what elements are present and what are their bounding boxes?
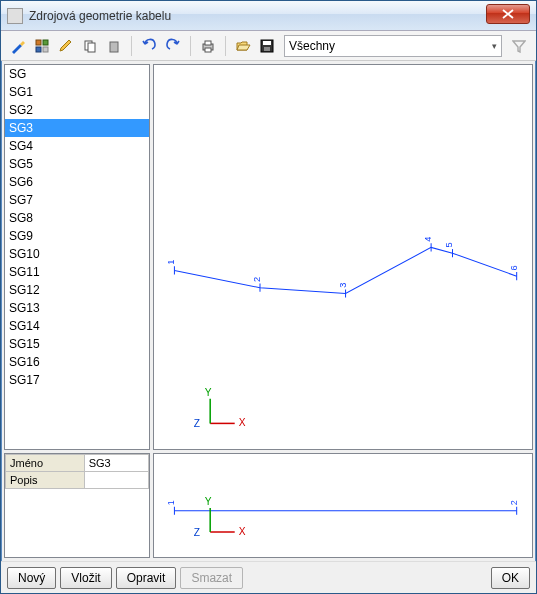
paste-button-label: Vložit	[71, 571, 100, 585]
property-key: Popis	[6, 472, 85, 489]
svg-text:1: 1	[166, 500, 176, 505]
list-item[interactable]: SG	[5, 65, 149, 83]
list-item[interactable]: SG11	[5, 263, 149, 281]
svg-text:3: 3	[338, 283, 348, 288]
footer: Nový Vložit Opravit Smazat OK	[1, 561, 536, 593]
new-button[interactable]: Nový	[7, 567, 56, 589]
delete-footer-button: Smazat	[180, 567, 243, 589]
svg-text:1: 1	[166, 260, 176, 265]
geometry-chart-top: 123456XYZ	[154, 65, 532, 449]
viewport-3d-top[interactable]: 123456XYZ	[153, 64, 533, 450]
list-item[interactable]: SG1	[5, 83, 149, 101]
list-item[interactable]: SG15	[5, 335, 149, 353]
list-item[interactable]: SG17	[5, 371, 149, 389]
svg-rect-5	[88, 43, 95, 52]
ok-button[interactable]: OK	[491, 567, 530, 589]
svg-rect-8	[205, 41, 211, 45]
print-button[interactable]	[197, 35, 219, 57]
list-item[interactable]: SG13	[5, 299, 149, 317]
undo-button[interactable]	[138, 35, 160, 57]
svg-text:6: 6	[509, 265, 519, 270]
svg-text:Z: Z	[194, 527, 200, 538]
edit-button-label: Opravit	[127, 571, 166, 585]
left-column: SGSG1SG2SG3SG4SG5SG6SG7SG8SG9SG10SG11SG1…	[4, 64, 150, 558]
svg-text:4: 4	[423, 237, 433, 242]
list-item[interactable]: SG8	[5, 209, 149, 227]
toolbar: Všechny ▾	[1, 31, 536, 61]
svg-text:5: 5	[445, 242, 455, 247]
list-item[interactable]: SG10	[5, 245, 149, 263]
edit-footer-button[interactable]: Opravit	[116, 567, 177, 589]
open-button[interactable]	[232, 35, 254, 57]
list-item[interactable]: SG6	[5, 173, 149, 191]
property-value[interactable]	[84, 472, 148, 489]
list-item[interactable]: SG5	[5, 155, 149, 173]
svg-rect-6	[110, 42, 118, 52]
list-item[interactable]: SG3	[5, 119, 149, 137]
property-row: JménoSG3	[6, 455, 149, 472]
svg-text:Y: Y	[205, 387, 212, 398]
list-item[interactable]: SG16	[5, 353, 149, 371]
svg-text:X: X	[239, 526, 246, 537]
filter-select[interactable]: Všechny ▾	[284, 35, 502, 57]
right-column: 123456XYZ 12XYZ	[153, 64, 533, 558]
toolset-button[interactable]	[31, 35, 53, 57]
list-item[interactable]: SG9	[5, 227, 149, 245]
geometry-list-pane: SGSG1SG2SG3SG4SG5SG6SG7SG8SG9SG10SG11SG1…	[4, 64, 150, 450]
list-item[interactable]: SG7	[5, 191, 149, 209]
svg-text:X: X	[239, 417, 246, 428]
geometry-chart-bottom: 12XYZ	[154, 454, 532, 557]
svg-rect-0	[36, 40, 41, 45]
svg-rect-9	[205, 48, 211, 52]
list-item[interactable]: SG14	[5, 317, 149, 335]
close-icon	[502, 9, 514, 19]
new-button-label: Nový	[18, 571, 45, 585]
svg-rect-3	[43, 47, 48, 52]
property-key: Jméno	[6, 455, 85, 472]
window-title: Zdrojová geometrie kabelu	[29, 9, 171, 23]
dropdown-arrow-icon: ▾	[492, 41, 497, 51]
filter-select-value: Všechny	[289, 39, 335, 53]
save-button[interactable]	[256, 35, 278, 57]
svg-text:Z: Z	[194, 418, 200, 429]
copy-button[interactable]	[79, 35, 101, 57]
properties-table: JménoSG3Popis	[5, 454, 149, 489]
dialog-body: SGSG1SG2SG3SG4SG5SG6SG7SG8SG9SG10SG11SG1…	[1, 61, 536, 561]
delete-toolbar-button[interactable]	[103, 35, 125, 57]
delete-button-label: Smazat	[191, 571, 232, 585]
list-item[interactable]: SG4	[5, 137, 149, 155]
svg-text:Y: Y	[205, 496, 212, 507]
app-icon	[7, 8, 23, 24]
svg-text:2: 2	[509, 500, 519, 505]
titlebar: Zdrojová geometrie kabelu	[1, 1, 536, 31]
toolbar-separator	[225, 36, 226, 56]
list-item[interactable]: SG2	[5, 101, 149, 119]
geometry-list[interactable]: SGSG1SG2SG3SG4SG5SG6SG7SG8SG9SG10SG11SG1…	[5, 65, 149, 449]
toolbar-separator	[131, 36, 132, 56]
viewport-3d-bottom[interactable]: 12XYZ	[153, 453, 533, 558]
properties-pane: JménoSG3Popis	[4, 453, 150, 558]
list-item[interactable]: SG12	[5, 281, 149, 299]
filter-funnel-button[interactable]	[508, 35, 530, 57]
svg-rect-2	[36, 47, 41, 52]
property-value[interactable]: SG3	[84, 455, 148, 472]
close-button[interactable]	[486, 4, 530, 24]
svg-rect-12	[264, 47, 270, 51]
property-row: Popis	[6, 472, 149, 489]
paste-button[interactable]: Vložit	[60, 567, 111, 589]
toolbar-separator	[190, 36, 191, 56]
new-item-button[interactable]	[7, 35, 29, 57]
ok-button-label: OK	[502, 571, 519, 585]
svg-rect-11	[263, 41, 271, 45]
edit-button[interactable]	[55, 35, 77, 57]
svg-text:2: 2	[252, 277, 262, 282]
redo-button[interactable]	[162, 35, 184, 57]
svg-rect-1	[43, 40, 48, 45]
dialog-window: Zdrojová geometrie kabelu Všechny ▾ SGSG…	[0, 0, 537, 594]
